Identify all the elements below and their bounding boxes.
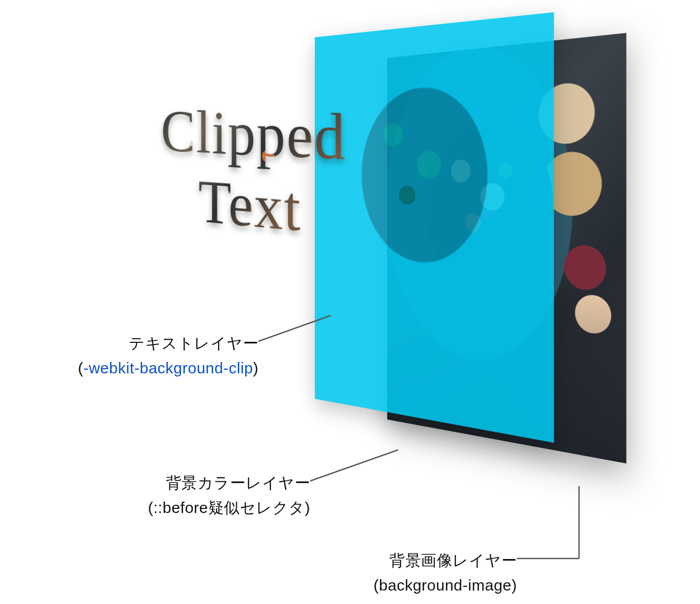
clipped-text-layer: Clipped Text (156, 97, 353, 252)
annotation-color-layer: 背景カラーレイヤー (::before疑似セレクタ) (72, 471, 310, 520)
paren-open: ( (78, 359, 84, 376)
annotation-image-layer: 背景画像レイヤー (background-image) (279, 548, 517, 598)
annotation-image-layer-title: 背景画像レイヤー (279, 548, 517, 573)
diagram-stage: Clipped Text テキストレイヤー (-webkit-backgroun… (0, 0, 700, 604)
annotation-image-layer-detail: (background-image) (279, 573, 517, 598)
annotation-text-layer-detail: (-webkit-background-clip) (0, 356, 258, 381)
paren-close: ) (253, 359, 259, 376)
annotation-color-layer-title: 背景カラーレイヤー (72, 471, 310, 495)
annotation-text-layer: テキストレイヤー (-webkit-background-clip) (0, 331, 258, 381)
annotation-text-layer-title: テキストレイヤー (0, 331, 258, 356)
svg-line-1 (310, 450, 398, 481)
css-property-webkit-background-clip: -webkit-background-clip (83, 359, 253, 376)
annotation-color-layer-detail: (::before疑似セレクタ) (72, 495, 310, 520)
